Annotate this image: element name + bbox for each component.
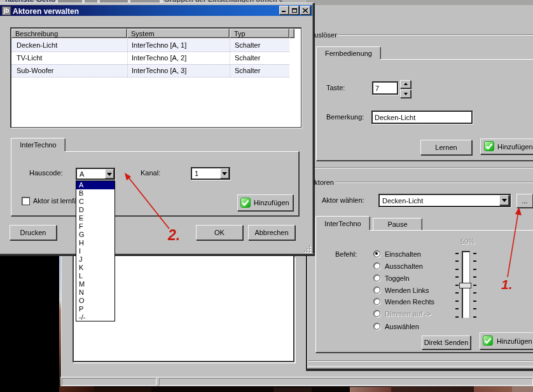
svg-text:2.: 2. [167,227,180,243]
svg-text:1.: 1. [501,277,513,292]
